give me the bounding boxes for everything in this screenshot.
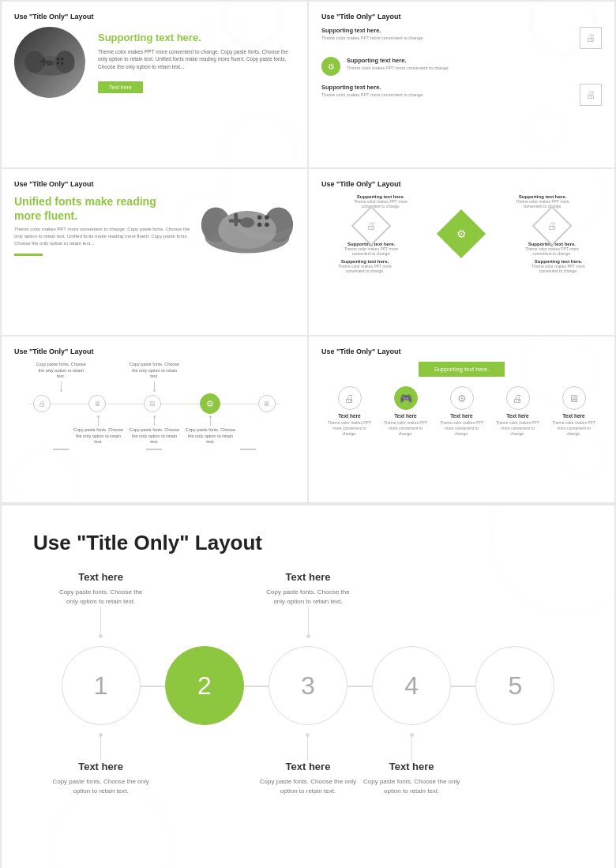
icon-circle-5: 🖥 — [562, 386, 586, 410]
bottom-text-nodes: Text here Copy paste fonts. Choose the o… — [33, 761, 583, 796]
large-slide-title: Use "Title Only" Layout — [33, 531, 583, 555]
slide-2-items: Supporting text here. Theme color makes … — [321, 27, 602, 106]
slide-4-title: Use "Title Only" Layout — [321, 180, 602, 188]
slide-5-title: Use "Title Only" Layout — [14, 348, 295, 355]
slide-6-content: Supporting text here. 🖨 Text here Theme … — [321, 362, 602, 437]
slide-4: Use "Title Only" Layout Supporting text … — [309, 169, 614, 335]
slide-2-item-3: Supporting text here. Theme color makes … — [321, 84, 602, 106]
printer-icon-2: 🖨 — [580, 84, 602, 106]
slide-6-icons: 🖨 Text here Theme color makes PPT more c… — [321, 386, 602, 437]
bottom-text-node-1: Text here Copy paste fonts. Choose the o… — [50, 761, 152, 796]
slide-3-text-side: Unified fonts make reading more fluent. … — [14, 194, 192, 265]
icon-item-1: 🖨 Text here Theme color makes PPT more c… — [326, 386, 374, 437]
slide-1-title: Use "Title Only" Layout — [14, 13, 295, 21]
svg-point-18 — [257, 223, 262, 227]
svg-point-2 — [55, 51, 75, 73]
icon-circle-2-active: 🎮 — [394, 386, 418, 410]
slide-1: Use "Title Only" Layout Sup — [2, 2, 307, 167]
slide-1-image — [14, 27, 85, 98]
number-circles-row: 1 2 3 4 5 — [33, 646, 583, 725]
slide-2: Use "Title Only" Layout Supporting text … — [309, 2, 614, 167]
slide-3-underline — [14, 254, 43, 256]
slide-5: Use "Title Only" Layout Copy paste fonts… — [2, 336, 307, 502]
slide-1-supporting: Supporting text here. — [98, 32, 295, 43]
slide-6: Use "Title Only" Layout Supporting text … — [309, 336, 614, 502]
slide-3-title: Use "Title Only" Layout — [14, 180, 295, 188]
icon-item-5: 🖥 Text here Theme color makes PPT more c… — [550, 386, 598, 437]
slide-3-image — [200, 194, 295, 265]
icon-circle-4: 🖨 — [506, 386, 530, 410]
number-circle-1: 1 — [62, 646, 141, 725]
printer-icon-1: 🖨 — [580, 27, 602, 49]
slide-3-body: Theme color makes PPT more convenient to… — [14, 226, 192, 247]
svg-point-20 — [240, 217, 254, 227]
number-circle-4: 4 — [372, 646, 451, 725]
slide-1-button[interactable]: Text here — [98, 81, 143, 93]
top-text-node-2: Text here Copy paste fonts. Choose the o… — [256, 571, 359, 638]
slide-2-item-2: ⚙ Supporting text here. Theme color make… — [321, 57, 602, 76]
slide-4-content: Supporting text here. Theme color makes … — [321, 194, 602, 273]
svg-point-16 — [257, 216, 262, 220]
bottom-text-node-2: Text here Copy paste fonts. Choose the o… — [257, 761, 359, 796]
svg-rect-15 — [234, 213, 238, 227]
bottom-text-node-3: Text here Copy paste fonts. Choose the o… — [360, 761, 463, 796]
icon-circle-1: 🖨 — [338, 386, 362, 410]
top-text-node-1: Text here Copy paste fonts. Choose the o… — [49, 571, 152, 638]
slide-2-title: Use "Title Only" Layout — [321, 13, 602, 21]
number-circle-5: 5 — [475, 646, 554, 725]
icon-item-3: ⚙ Text here Theme color makes PPT more c… — [438, 386, 486, 437]
slide-6-title: Use "Title Only" Layout — [321, 348, 602, 355]
node-2: 🖥 — [88, 395, 106, 412]
slide-2-item-1: Supporting text here. Theme color makes … — [321, 27, 602, 49]
svg-point-9 — [46, 61, 54, 66]
svg-point-8 — [61, 62, 64, 66]
svg-point-5 — [57, 58, 60, 61]
icon-circle-3: ⚙ — [450, 386, 474, 410]
icon-item-2: 🎮 Text here Theme color makes PPT more c… — [382, 386, 430, 437]
slide-5-content: Copy paste fonts. Choose the only option… — [14, 362, 295, 450]
node-3: ⊞ — [144, 395, 161, 412]
svg-point-7 — [57, 62, 60, 66]
slide-1-body: Theme color makes PPT more convenient to… — [98, 48, 295, 70]
slide-3: Use "Title Only" Layout Unified fonts ma… — [2, 169, 307, 335]
number-circle-2-active: 2 — [165, 646, 244, 725]
slide-1-text-area: Supporting text here. Theme color makes … — [98, 32, 295, 92]
svg-point-6 — [61, 58, 64, 61]
bottom-connectors — [33, 733, 583, 761]
top-text-nodes: Text here Copy paste fonts. Choose the o… — [33, 571, 583, 638]
large-slide: Use "Title Only" Layout Text here Copy p… — [2, 505, 614, 868]
slide-3-big-title: Unified fonts make reading more fluent. — [14, 194, 192, 223]
svg-point-17 — [265, 216, 269, 220]
node-1: 🖨 — [33, 395, 51, 412]
svg-rect-4 — [43, 58, 45, 66]
slide-6-button[interactable]: Supporting text here. — [419, 362, 505, 377]
node-4-active: ⚙ — [200, 393, 220, 414]
icon-item-4: 🖨 Text here Theme color makes PPT more c… — [494, 386, 542, 437]
circle-icon-green: ⚙ — [321, 57, 340, 76]
svg-point-19 — [265, 223, 269, 227]
number-circle-3: 3 — [269, 646, 347, 725]
node-5: 🖥 — [258, 395, 276, 412]
